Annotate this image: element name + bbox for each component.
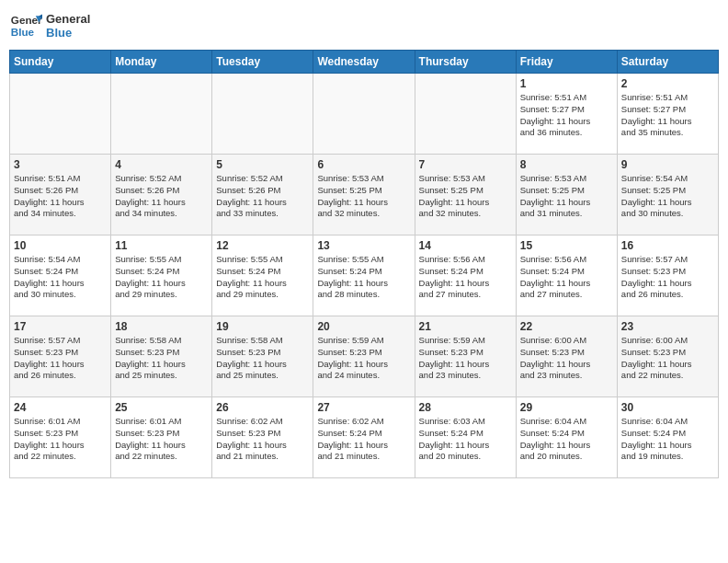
- day-number: 16: [621, 239, 714, 252]
- calendar-cell: 28Sunrise: 6:03 AM Sunset: 5:24 PM Dayli…: [415, 397, 516, 478]
- calendar-cell: 15Sunrise: 5:56 AM Sunset: 5:24 PM Dayli…: [516, 236, 617, 316]
- calendar-cell: 25Sunrise: 6:01 AM Sunset: 5:23 PM Dayli…: [111, 397, 212, 478]
- logo-blue: Blue: [46, 26, 90, 40]
- day-number: 29: [520, 401, 613, 414]
- day-number: 11: [115, 239, 208, 252]
- day-number: 14: [419, 239, 512, 252]
- calendar-cell: 20Sunrise: 5:59 AM Sunset: 5:23 PM Dayli…: [313, 316, 415, 397]
- day-info: Sunrise: 5:59 AM Sunset: 5:23 PM Dayligh…: [419, 335, 512, 382]
- day-info: Sunrise: 5:53 AM Sunset: 5:25 PM Dayligh…: [520, 173, 613, 220]
- day-number: 20: [317, 320, 410, 333]
- day-info: Sunrise: 5:58 AM Sunset: 5:23 PM Dayligh…: [115, 335, 208, 382]
- calendar-week-2: 10Sunrise: 5:54 AM Sunset: 5:24 PM Dayli…: [10, 236, 719, 316]
- calendar-cell: [212, 74, 313, 155]
- day-info: Sunrise: 6:03 AM Sunset: 5:24 PM Dayligh…: [419, 416, 512, 463]
- day-info: Sunrise: 5:56 AM Sunset: 5:24 PM Dayligh…: [520, 254, 613, 301]
- calendar-cell: 1Sunrise: 5:51 AM Sunset: 5:27 PM Daylig…: [516, 74, 617, 155]
- calendar-cell: 30Sunrise: 6:04 AM Sunset: 5:24 PM Dayli…: [617, 397, 718, 478]
- day-info: Sunrise: 5:51 AM Sunset: 5:26 PM Dayligh…: [14, 173, 107, 220]
- svg-text:General: General: [11, 14, 42, 26]
- day-info: Sunrise: 5:57 AM Sunset: 5:23 PM Dayligh…: [14, 335, 107, 382]
- day-number: 2: [621, 77, 714, 90]
- calendar-cell: 17Sunrise: 5:57 AM Sunset: 5:23 PM Dayli…: [10, 316, 111, 397]
- calendar-cell: 5Sunrise: 5:52 AM Sunset: 5:26 PM Daylig…: [212, 155, 313, 236]
- calendar-cell: [313, 74, 415, 155]
- day-number: 8: [520, 158, 613, 171]
- day-info: Sunrise: 6:02 AM Sunset: 5:23 PM Dayligh…: [216, 416, 309, 463]
- day-number: 5: [216, 158, 309, 171]
- day-number: 27: [317, 401, 410, 414]
- day-info: Sunrise: 6:04 AM Sunset: 5:24 PM Dayligh…: [621, 416, 714, 463]
- day-number: 10: [14, 239, 107, 252]
- day-info: Sunrise: 5:53 AM Sunset: 5:25 PM Dayligh…: [419, 173, 512, 220]
- day-number: 22: [520, 320, 613, 333]
- day-info: Sunrise: 6:04 AM Sunset: 5:24 PM Dayligh…: [520, 416, 613, 463]
- day-number: 4: [115, 158, 208, 171]
- calendar-cell: 7Sunrise: 5:53 AM Sunset: 5:25 PM Daylig…: [415, 155, 516, 236]
- col-header-wednesday: Wednesday: [313, 51, 415, 74]
- calendar-cell: 3Sunrise: 5:51 AM Sunset: 5:26 PM Daylig…: [10, 155, 111, 236]
- day-number: 1: [520, 77, 613, 90]
- day-info: Sunrise: 5:51 AM Sunset: 5:27 PM Dayligh…: [621, 92, 714, 139]
- day-info: Sunrise: 6:00 AM Sunset: 5:23 PM Dayligh…: [621, 335, 714, 382]
- calendar-cell: 12Sunrise: 5:55 AM Sunset: 5:24 PM Dayli…: [212, 236, 313, 316]
- day-number: 6: [317, 158, 410, 171]
- day-number: 15: [520, 239, 613, 252]
- day-info: Sunrise: 5:57 AM Sunset: 5:23 PM Dayligh…: [621, 254, 714, 301]
- logo-general: General: [46, 12, 90, 26]
- calendar-week-4: 24Sunrise: 6:01 AM Sunset: 5:23 PM Dayli…: [10, 397, 719, 478]
- calendar-cell: 24Sunrise: 6:01 AM Sunset: 5:23 PM Dayli…: [10, 397, 111, 478]
- col-header-sunday: Sunday: [10, 51, 111, 74]
- day-number: 7: [419, 158, 512, 171]
- day-info: Sunrise: 5:53 AM Sunset: 5:25 PM Dayligh…: [317, 173, 410, 220]
- calendar-header-row: SundayMondayTuesdayWednesdayThursdayFrid…: [10, 51, 719, 74]
- calendar-body: 1Sunrise: 5:51 AM Sunset: 5:27 PM Daylig…: [10, 74, 719, 478]
- day-number: 19: [216, 320, 309, 333]
- col-header-thursday: Thursday: [415, 51, 516, 74]
- day-info: Sunrise: 5:54 AM Sunset: 5:25 PM Dayligh…: [621, 173, 714, 220]
- day-number: 23: [621, 320, 714, 333]
- page-header: General Blue General Blue: [9, 9, 719, 42]
- calendar-cell: 19Sunrise: 5:58 AM Sunset: 5:23 PM Dayli…: [212, 316, 313, 397]
- day-number: 13: [317, 239, 410, 252]
- logo: General Blue General Blue: [9, 9, 90, 42]
- calendar-cell: 9Sunrise: 5:54 AM Sunset: 5:25 PM Daylig…: [617, 155, 718, 236]
- day-number: 9: [621, 158, 714, 171]
- day-info: Sunrise: 5:55 AM Sunset: 5:24 PM Dayligh…: [216, 254, 309, 301]
- day-info: Sunrise: 5:55 AM Sunset: 5:24 PM Dayligh…: [115, 254, 208, 301]
- day-info: Sunrise: 6:01 AM Sunset: 5:23 PM Dayligh…: [115, 416, 208, 463]
- day-number: 28: [419, 401, 512, 414]
- day-number: 30: [621, 401, 714, 414]
- logo-icon: General Blue: [9, 9, 42, 42]
- calendar-cell: 13Sunrise: 5:55 AM Sunset: 5:24 PM Dayli…: [313, 236, 415, 316]
- day-info: Sunrise: 6:02 AM Sunset: 5:24 PM Dayligh…: [317, 416, 410, 463]
- day-info: Sunrise: 5:55 AM Sunset: 5:24 PM Dayligh…: [317, 254, 410, 301]
- col-header-saturday: Saturday: [617, 51, 718, 74]
- day-number: 21: [419, 320, 512, 333]
- calendar-cell: [10, 74, 111, 155]
- calendar-cell: [415, 74, 516, 155]
- col-header-friday: Friday: [516, 51, 617, 74]
- day-info: Sunrise: 5:59 AM Sunset: 5:23 PM Dayligh…: [317, 335, 410, 382]
- day-info: Sunrise: 5:51 AM Sunset: 5:27 PM Dayligh…: [520, 92, 613, 139]
- calendar-week-0: 1Sunrise: 5:51 AM Sunset: 5:27 PM Daylig…: [10, 74, 719, 155]
- calendar-cell: 22Sunrise: 6:00 AM Sunset: 5:23 PM Dayli…: [516, 316, 617, 397]
- svg-text:Blue: Blue: [11, 26, 35, 38]
- calendar-cell: 6Sunrise: 5:53 AM Sunset: 5:25 PM Daylig…: [313, 155, 415, 236]
- calendar-cell: 14Sunrise: 5:56 AM Sunset: 5:24 PM Dayli…: [415, 236, 516, 316]
- calendar-week-1: 3Sunrise: 5:51 AM Sunset: 5:26 PM Daylig…: [10, 155, 719, 236]
- day-number: 17: [14, 320, 107, 333]
- calendar-cell: 16Sunrise: 5:57 AM Sunset: 5:23 PM Dayli…: [617, 236, 718, 316]
- col-header-tuesday: Tuesday: [212, 51, 313, 74]
- calendar-week-3: 17Sunrise: 5:57 AM Sunset: 5:23 PM Dayli…: [10, 316, 719, 397]
- day-number: 24: [14, 401, 107, 414]
- calendar-cell: 4Sunrise: 5:52 AM Sunset: 5:26 PM Daylig…: [111, 155, 212, 236]
- calendar-cell: 8Sunrise: 5:53 AM Sunset: 5:25 PM Daylig…: [516, 155, 617, 236]
- col-header-monday: Monday: [111, 51, 212, 74]
- day-info: Sunrise: 5:58 AM Sunset: 5:23 PM Dayligh…: [216, 335, 309, 382]
- calendar-table: SundayMondayTuesdayWednesdayThursdayFrid…: [9, 50, 719, 478]
- calendar-cell: 27Sunrise: 6:02 AM Sunset: 5:24 PM Dayli…: [313, 397, 415, 478]
- calendar-cell: 2Sunrise: 5:51 AM Sunset: 5:27 PM Daylig…: [617, 74, 718, 155]
- day-number: 26: [216, 401, 309, 414]
- calendar-cell: 10Sunrise: 5:54 AM Sunset: 5:24 PM Dayli…: [10, 236, 111, 316]
